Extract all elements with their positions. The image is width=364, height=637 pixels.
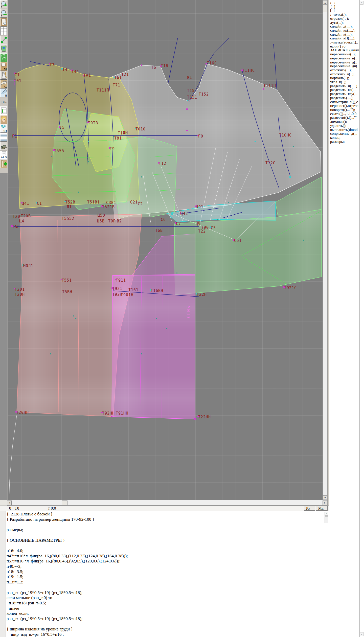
document-lines-icon[interactable] [0,133,7,142]
books-icon[interactable] [0,142,7,150]
pattern-label: Т71 [113,83,120,87]
editor-text[interactable]: { 2128 Платье с баской }{ Разработано на… [7,512,128,637]
editor-vscrollbar[interactable] [324,511,329,637]
ruler-8-icon[interactable]: 8 [0,89,7,97]
pattern-canvas[interactable]: Т1Т01Т3Т4Т44ТА1Т61Т21Т6Т16Т71Т111ПЖ1Т16С… [8,0,323,500]
hscroll-thumb[interactable] [62,500,67,505]
zoom-out-icon[interactable] [0,9,7,18]
map-icon[interactable] [0,44,7,53]
command-item[interactable]: сопряжение д(... [329,132,359,136]
command-item[interactable]: угол к(..); [329,80,359,84]
command-item[interactable]: разделить(....); [329,96,359,100]
command-item[interactable]: сплайн д(....); [329,25,359,29]
command-item[interactable]: разделить кс(.... [329,88,359,92]
hscroll-left-button[interactable] [7,500,12,505]
point-marker[interactable] [171,213,173,215]
editor-scroll-up-button[interactable] [325,512,328,516]
point-dot [217,219,218,220]
command-item[interactable]: ЗАПИСАТЬ(имя= [329,48,359,52]
pattern-g-icon[interactable]: G [0,80,7,88]
pattern-label: ТАЛ [12,224,20,229]
command-item[interactable]: симметрия л((),с [329,100,359,104]
line-endpoints-icon[interactable] [0,36,7,44]
command-item[interactable]: конец; [329,136,359,140]
rz-button[interactable]: Рз [304,506,315,511]
command-item[interactable]: :=метка(точка(.).. [329,40,359,44]
zoom-in-icon[interactable] [0,0,7,9]
command-item[interactable]: сжать(()..,1.1.0.9. [329,112,359,116]
command-item[interactable]: поворот(()...""); [329,108,359,112]
vscroll-thumb[interactable] [323,5,327,12]
command-item[interactable]: разделить ксу(... [329,92,359,96]
vscroll-up-button[interactable] [323,1,327,5]
item-i66[interactable]: i_66. [0,98,7,106]
command-item[interactable]: дуга(...); [329,21,359,25]
command-item[interactable]: := ; [329,1,359,5]
pattern-green-icon[interactable] [0,53,7,62]
point-dot [228,202,229,203]
command-item[interactable]: разделить н(.....) [329,84,359,88]
canvas-vscrollbar[interactable] [323,0,328,500]
command-item[interactable]: отрезок( . ); [329,17,359,21]
fold-label: СГИБ [186,306,191,318]
construction-line [207,38,229,64]
portrait-icon[interactable] [0,115,7,124]
command-item[interactable]: пересечение д(.. [329,60,359,64]
command-item[interactable]: выполнить(dmod [329,128,359,132]
command-scroll-up-button[interactable] [360,1,363,5]
vscroll-down-button[interactable] [323,495,327,499]
pattern-label: Т6В [155,228,163,233]
command-item[interactable]: сплайн кП(....); [329,36,359,40]
point-marker[interactable] [194,418,196,420]
command-item[interactable]: сплайн к(....); [329,33,359,37]
grid-icon[interactable] [0,27,7,35]
editor-line: п13:=1.2; [7,580,128,585]
point-marker[interactable] [186,130,188,131]
command-panel[interactable]: := ;{ }[ ]:=точка(.);отрезок( . );дуга(.… [329,0,359,637]
construction-line [274,44,277,90]
point-marker[interactable] [186,108,188,110]
pattern-label: Т21 [121,72,129,77]
command-item[interactable]: развести((),()..,"" [329,116,359,120]
table-icon[interactable] [0,106,7,115]
algorithm-doc-icon[interactable]: ALG [0,151,7,159]
point-marker[interactable] [187,100,188,101]
point-marker[interactable] [255,141,256,142]
command-item[interactable]: { } [329,5,359,9]
md-button[interactable]: Мд [316,506,328,511]
canvas-hscrollbar[interactable] [7,500,328,506]
scroll-back-icon[interactable] [0,160,7,168]
program-editor[interactable]: { 2128 Платье с баской }{ Разработано на… [0,511,324,637]
pattern-sheet-icon[interactable] [0,18,7,27]
drafting-tools-icon[interactable] [0,71,7,80]
point-marker[interactable] [289,176,291,178]
point-marker[interactable] [263,88,264,90]
command-item[interactable]: ломаная(); [329,120,359,124]
command-item[interactable]: перенос((),отрезо [329,104,359,108]
pattern-label: Т12С [265,161,276,165]
command-item[interactable]: отложить в(..); [329,72,359,76]
3d-icon[interactable]: 3D [0,124,7,133]
command-panel-scrollbar[interactable] [359,0,364,637]
pattern-label: С21 [130,200,138,204]
pattern-m-icon[interactable]: M [0,62,7,71]
editor-scroll-thumb[interactable] [325,516,328,523]
command-item[interactable]: сплайн кк(.....); [329,29,359,33]
command-scroll-down-button[interactable] [360,632,363,636]
point-marker[interactable] [141,64,142,66]
command-item[interactable]: пересечение н(.. [329,56,359,60]
command-item[interactable]: отложить(...); [329,68,359,72]
point-marker[interactable] [88,141,89,142]
command-item[interactable]: [ ] [329,9,359,13]
command-item[interactable]: размеры; [329,140,359,144]
command-item[interactable]: удалить(); [329,124,359,128]
command-item[interactable]: пересечение дн( [329,64,359,68]
point-marker[interactable] [111,416,112,417]
command-item[interactable]: если () то [329,44,359,49]
command-item[interactable]: нормаль(..); [329,76,359,80]
pattern-label: Ц50 [98,213,105,218]
command-item[interactable]: :=точка(.); [329,13,359,17]
hscroll-right-button[interactable] [323,500,327,505]
pattern-label: Т9ТВ [88,121,98,125]
command-item[interactable]: пересечение(..); [329,52,359,56]
